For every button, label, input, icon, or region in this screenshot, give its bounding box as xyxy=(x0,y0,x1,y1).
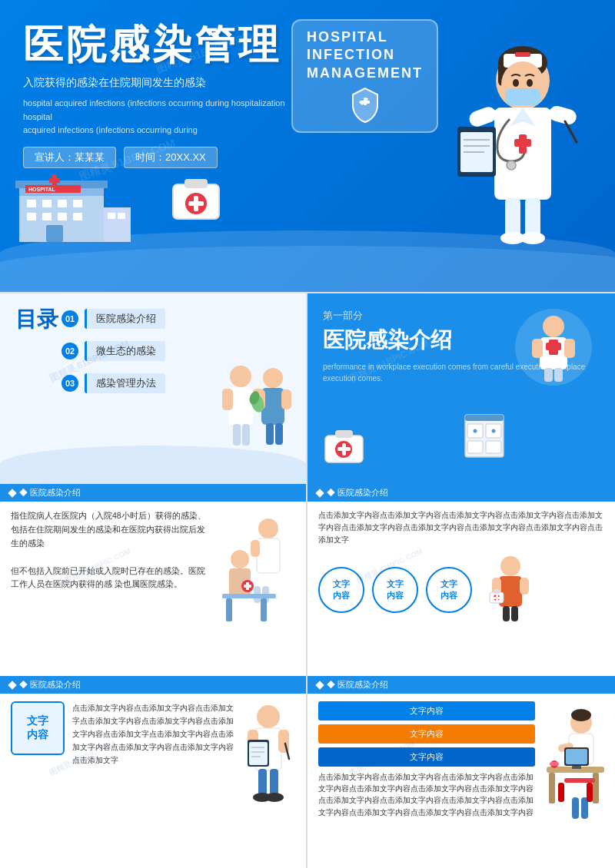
slide7: ◆ 医院感染介绍 文字内容 文字内容 文字内容 点击添加文字内容点击添加文字内容… xyxy=(308,676,615,868)
diamond-icon xyxy=(8,489,16,497)
svg-rect-37 xyxy=(73,213,82,220)
svg-rect-43 xyxy=(104,207,131,242)
svg-rect-31 xyxy=(42,200,52,207)
svg-rect-21 xyxy=(505,198,520,237)
cabinet-figure xyxy=(461,399,523,461)
svg-point-110 xyxy=(257,705,280,728)
label-1: 文字内容 xyxy=(318,701,535,721)
svg-rect-104 xyxy=(511,606,518,621)
svg-rect-53 xyxy=(222,389,233,410)
svg-point-24 xyxy=(520,232,545,244)
kit-figure2 xyxy=(323,426,365,465)
slide5-paragraph: 点击添加文字内容点击添加文字内容点击添加文字内容点击添加文字内容点击添加文字内容… xyxy=(318,509,604,546)
slide4-text2: 但不包括入院前已开始或入院时已存在的感染。医院工作人员在医院内获得的感 染也属医… xyxy=(11,565,211,592)
svg-rect-60 xyxy=(281,389,291,409)
svg-rect-13 xyxy=(547,104,578,127)
svg-rect-47 xyxy=(184,179,208,188)
svg-rect-95 xyxy=(261,598,267,621)
svg-point-125 xyxy=(571,709,591,721)
svg-rect-62 xyxy=(275,423,283,445)
medical-kit xyxy=(169,173,223,223)
badge-text: HOSPITAL INFECTION MANAGEMENT xyxy=(307,28,423,82)
slide3-section: 图精灵 61BPIC.COM 第一部分 医院感染介绍 performance i… xyxy=(308,293,615,484)
svg-rect-134 xyxy=(572,797,579,819)
slide6-header: ◆ 医院感染介绍 xyxy=(0,676,306,694)
toc-label-3: 感染管理办法 xyxy=(85,373,165,393)
svg-rect-6 xyxy=(515,52,530,57)
svg-point-10 xyxy=(527,79,533,87)
label-3: 文字内容 xyxy=(318,747,535,767)
svg-rect-30 xyxy=(27,200,36,207)
svg-rect-67 xyxy=(532,339,543,358)
svg-point-118 xyxy=(265,793,284,802)
svg-rect-33 xyxy=(73,200,82,207)
svg-rect-78 xyxy=(486,441,501,453)
svg-rect-136 xyxy=(564,778,595,783)
svg-rect-87 xyxy=(257,538,280,573)
svg-rect-94 xyxy=(226,598,232,621)
label-2: 文字内容 xyxy=(318,724,535,744)
svg-rect-55 xyxy=(233,424,241,446)
slide7-body: 文字内容 文字内容 文字内容 点击添加文字内容点击添加文字内容点击添加文字内容点… xyxy=(308,694,615,850)
svg-point-91 xyxy=(231,550,249,568)
slide4-text-block: 指住院病人在医院内（入院48小时后）获得的感染、包括在住院期间发生的感染和在医院… xyxy=(11,509,211,666)
slide4-header: ◆ 医院感染介绍 xyxy=(0,484,306,502)
svg-rect-133 xyxy=(572,766,581,769)
svg-rect-45 xyxy=(118,213,125,219)
svg-rect-115 xyxy=(258,769,267,796)
svg-point-86 xyxy=(258,518,278,538)
slide7-labels: 文字内容 文字内容 文字内容 点击添加文字内容点击添加文字内容点击添加文字内容点… xyxy=(318,701,535,843)
svg-rect-137 xyxy=(558,783,564,802)
svg-rect-140 xyxy=(550,762,559,766)
svg-rect-116 xyxy=(270,769,278,796)
doctor-figure xyxy=(218,361,294,461)
svg-rect-22 xyxy=(525,198,540,237)
svg-point-99 xyxy=(500,556,520,576)
toc-num-2: 02 xyxy=(62,343,78,359)
slide4-header-text: ◆ 医院感染介绍 xyxy=(19,487,81,499)
slide6: ◆ 医院感染介绍 文字内容 点击添加文字内容点击添加文字内容点击添加文字点击添加… xyxy=(0,676,308,868)
svg-rect-102 xyxy=(520,578,529,595)
toc-num-1: 01 xyxy=(62,310,78,327)
svg-rect-12 xyxy=(467,104,499,128)
slides-row2: 图精灵 61BPIC.COM 目录 01 医院感染介绍 02 微生态的感染 03… xyxy=(0,292,615,482)
svg-rect-44 xyxy=(108,213,115,219)
svg-rect-34 xyxy=(27,213,36,220)
svg-point-65 xyxy=(543,316,564,337)
svg-rect-38 xyxy=(46,225,63,242)
slides-row3: ◆ 医院感染介绍 指住院病人在医院内（入院48小时后）获得的感染、包括在住院期间… xyxy=(0,482,615,674)
svg-point-57 xyxy=(263,368,283,388)
svg-rect-70 xyxy=(554,368,563,382)
doctor-svg2 xyxy=(241,701,295,840)
slide6-header-text: ◆ 医院感染介绍 xyxy=(19,679,81,691)
slide5-circles-row: 文字内容 文字内容 文字内容 xyxy=(318,552,604,621)
slide1-right-content: HOSPITAL INFECTION MANAGEMENT xyxy=(291,19,438,141)
svg-rect-103 xyxy=(503,606,510,621)
slide2-toc: 图精灵 61BPIC.COM 目录 01 医院感染介绍 02 微生态的感染 03… xyxy=(0,293,308,484)
toc-title: 目录 xyxy=(15,309,58,330)
svg-line-19 xyxy=(565,121,577,142)
svg-rect-8 xyxy=(505,88,540,105)
svg-rect-109 xyxy=(494,597,500,599)
svg-point-79 xyxy=(474,429,477,433)
svg-rect-68 xyxy=(564,339,575,358)
svg-rect-129 xyxy=(549,773,555,803)
slide5-header: ◆ 医院感染介绍 xyxy=(308,484,615,502)
svg-rect-1 xyxy=(361,101,370,104)
svg-text:HOSPITAL: HOSPITAL xyxy=(28,187,56,192)
slide1-desc: hospital acquired infections (infections… xyxy=(23,97,300,137)
diamond-icon3 xyxy=(8,681,16,689)
presenter-badge: 宣讲人：某某某 xyxy=(23,147,116,168)
toc-item-1: 01 医院感染介绍 xyxy=(62,309,298,329)
slides-row4: ◆ 医院感染介绍 文字内容 点击添加文字内容点击添加文字内容点击添加文字点击添加… xyxy=(0,674,615,866)
slide5: ◆ 医院感染介绍 点击添加文字内容点击添加文字内容点击添加文字内容点击添加文字内… xyxy=(308,484,615,676)
time-badge: 时间：20XX.XX xyxy=(124,147,218,168)
svg-rect-61 xyxy=(266,423,274,445)
medical-figure3 xyxy=(484,552,537,621)
slide4-body: 指住院病人在医院内（入院48小时后）获得的感染、包括在住院期间发生的感染和在医院… xyxy=(0,502,306,674)
diamond-icon2 xyxy=(315,489,324,497)
svg-point-9 xyxy=(513,79,519,87)
svg-rect-82 xyxy=(335,430,353,438)
svg-rect-40 xyxy=(49,178,60,183)
slide7-text: 点击添加文字内容点击添加文字内容点击添加文字内容点击添加文字内容点击添加文字内容… xyxy=(318,771,535,818)
